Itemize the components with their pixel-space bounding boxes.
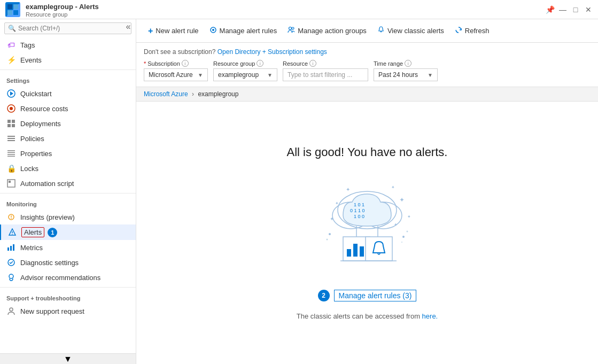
time-range-filter: Time range i Past 24 hours ▼: [374, 60, 438, 81]
sidebar-item-quickstart[interactable]: Quickstart: [0, 86, 136, 101]
svg-rect-9: [12, 120, 15, 123]
resource-label: Resource i: [283, 60, 368, 67]
svg-rect-11: [12, 124, 15, 127]
time-range-chevron-icon: ▼: [428, 72, 433, 78]
manage-alert-rules-link[interactable]: Manage alert rules (3): [334, 290, 417, 301]
svg-text:✦: ✦: [391, 185, 395, 190]
svg-text:1 0 0: 1 0 0: [354, 214, 364, 219]
svg-marker-5: [10, 91, 13, 96]
automation-icon: [6, 179, 16, 188]
policies-icon: [6, 134, 16, 143]
sidebar-item-policies[interactable]: Policies: [0, 131, 136, 146]
breadcrumb-separator: ›: [192, 90, 194, 98]
svg-point-25: [12, 234, 13, 235]
new-support-icon: [6, 306, 16, 316]
alerts-badge: 1: [48, 228, 57, 237]
manage-action-groups-button[interactable]: Manage action groups: [282, 23, 372, 38]
sidebar-item-diagnostic[interactable]: Diagnostic settings: [0, 255, 136, 270]
sidebar-scroll-down[interactable]: ▼: [0, 353, 136, 364]
filter-row: * Subscription i Microsoft Azure ▼ Resou…: [144, 60, 591, 81]
manage-alert-rules-row: 2 Manage alert rules (3): [318, 290, 417, 301]
classic-alerts-notice: The classic alerts can be accessed from …: [297, 312, 438, 320]
classic-alerts-link[interactable]: here.: [422, 312, 438, 320]
svg-rect-13: [7, 138, 15, 139]
subscription-select[interactable]: Microsoft Azure ▼: [144, 68, 208, 81]
sidebar-item-metrics[interactable]: Metrics: [0, 240, 136, 255]
svg-text:✦: ✦: [399, 196, 405, 204]
svg-text:✦: ✦: [335, 201, 339, 206]
refresh-button[interactable]: Refresh: [449, 23, 495, 38]
subscription-chevron-icon: ▼: [198, 72, 203, 78]
advisor-icon: [6, 273, 16, 282]
maximize-icon[interactable]: □: [571, 5, 580, 14]
sidebar-item-automation[interactable]: Automation script: [0, 176, 136, 191]
svg-rect-18: [7, 156, 15, 157]
svg-rect-14: [7, 140, 15, 141]
sidebar-content: 🏷 Tags ⚡ Events Settings Quickstart Reso…: [0, 37, 136, 364]
main-content: All is good! You have no alerts. ✦ ✦ ✦ ✦…: [136, 102, 598, 364]
search-input[interactable]: [18, 25, 128, 32]
sidebar-item-alerts[interactable]: Alerts 1: [0, 224, 136, 240]
svg-point-30: [9, 274, 13, 278]
svg-rect-3: [13, 10, 18, 15]
window-controls: 📌 — □ ✕: [546, 5, 593, 14]
svg-text:✦: ✦: [346, 187, 350, 192]
metrics-icon: [6, 243, 16, 252]
close-icon[interactable]: ✕: [584, 5, 593, 14]
svg-rect-1: [13, 4, 18, 9]
quickstart-icon: [6, 89, 16, 98]
filter-bar: Don't see a subscription? Open Directory…: [136, 43, 598, 87]
svg-rect-12: [7, 136, 15, 137]
resource-group-select[interactable]: examplegroup ▼: [213, 68, 277, 81]
open-directory-link[interactable]: Open Directory + Subscription settings: [218, 48, 327, 56]
svg-rect-2: [7, 10, 12, 15]
tags-icon: 🏷: [6, 40, 16, 50]
manage-link-badge: 2: [318, 290, 330, 301]
sidebar-item-tags[interactable]: 🏷 Tags: [0, 37, 136, 52]
svg-point-33: [212, 29, 214, 31]
resource-input[interactable]: Type to start filtering ...: [283, 68, 368, 81]
minimize-icon[interactable]: —: [558, 5, 567, 14]
resource-group-label: Resource group i: [213, 60, 277, 67]
new-alert-rule-button[interactable]: + New alert rule: [143, 23, 204, 39]
subscription-label: * Subscription i: [144, 60, 208, 67]
svg-rect-8: [7, 120, 11, 123]
empty-illustration: ✦ ✦ ✦ ✦ ✦ ✦ ✦ 1 0 1 0 1 1 0 1 0: [308, 175, 426, 274]
sidebar-collapse-button[interactable]: «: [123, 21, 134, 32]
svg-point-61: [329, 233, 331, 235]
search-icon: 🔍: [8, 25, 16, 32]
svg-rect-53: [353, 244, 358, 257]
sidebar-item-insights[interactable]: Insights (preview): [0, 210, 136, 224]
empty-state-title: All is good! You have no alerts.: [287, 145, 448, 159]
sidebar-item-advisor[interactable]: Advisor recommendations: [0, 270, 136, 285]
sidebar-search-box[interactable]: 🔍: [4, 22, 131, 34]
monitoring-section-header: Monitoring: [0, 196, 136, 210]
sidebar-item-new-support[interactable]: New support request: [0, 304, 136, 319]
pin-icon[interactable]: 📌: [546, 5, 554, 14]
alerts-label-box: Alerts: [21, 227, 44, 237]
resource-filter: Resource i Type to start filtering ...: [283, 60, 368, 81]
breadcrumb-parent[interactable]: Microsoft Azure: [144, 90, 188, 98]
breadcrumb: Microsoft Azure › examplegroup: [136, 87, 598, 102]
svg-rect-15: [7, 150, 15, 151]
svg-point-7: [10, 107, 13, 110]
svg-point-23: [11, 218, 12, 219]
deployments-icon: [6, 119, 16, 128]
svg-rect-54: [360, 246, 364, 257]
time-range-select[interactable]: Past 24 hours ▼: [374, 68, 438, 81]
sidebar-item-properties[interactable]: Properties: [0, 146, 136, 161]
svg-rect-17: [7, 154, 15, 155]
sidebar-item-events[interactable]: ⚡ Events: [0, 52, 136, 67]
sidebar-item-deployments[interactable]: Deployments: [0, 116, 136, 131]
svg-point-60: [401, 242, 402, 243]
resource-costs-icon: [6, 104, 16, 113]
manage-alert-rules-button[interactable]: Manage alert rules: [204, 23, 283, 38]
subscription-info-icon: i: [182, 60, 189, 67]
support-section-header: Support + troubleshooting: [0, 290, 136, 304]
sidebar-item-resource-costs[interactable]: Resource costs: [0, 101, 136, 116]
sidebar-item-locks[interactable]: 🔒 Locks: [0, 161, 136, 176]
svg-point-35: [292, 27, 294, 29]
resource-group-chevron-icon: ▼: [267, 72, 273, 78]
view-classic-alerts-button[interactable]: View classic alerts: [372, 23, 449, 38]
svg-rect-28: [13, 244, 14, 251]
